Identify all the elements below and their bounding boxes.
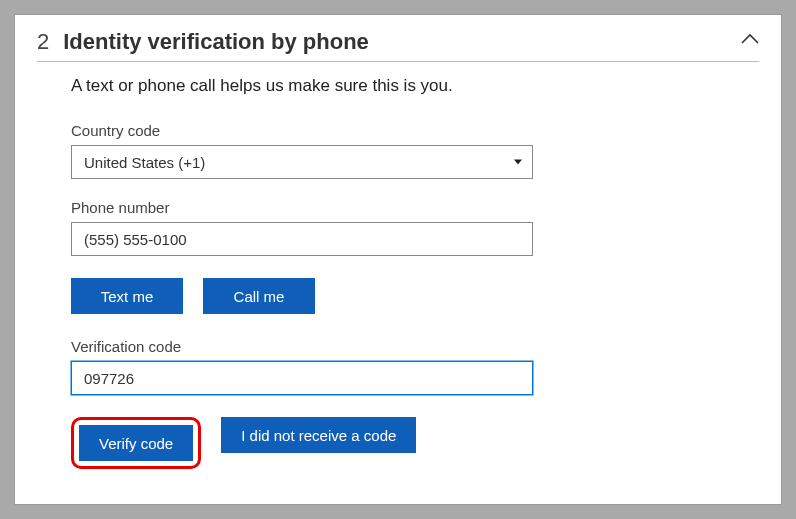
identity-verification-panel: 2 Identity verification by phone A text …: [14, 14, 782, 505]
country-code-value: United States (+1): [84, 154, 205, 171]
verification-code-input[interactable]: [71, 361, 533, 395]
chevron-up-icon[interactable]: [741, 33, 759, 45]
phone-number-input[interactable]: [71, 222, 533, 256]
section-description: A text or phone call helps us make sure …: [71, 76, 749, 96]
section-header: 2 Identity verification by phone: [37, 29, 759, 62]
verify-row: Verify code I did not receive a code: [71, 417, 749, 469]
did-not-receive-code-button[interactable]: I did not receive a code: [221, 417, 416, 453]
country-code-select[interactable]: United States (+1): [71, 145, 533, 179]
chevron-down-icon: [514, 160, 522, 165]
country-code-label: Country code: [71, 122, 749, 139]
contact-method-row: Text me Call me: [71, 278, 749, 314]
phone-number-label: Phone number: [71, 199, 749, 216]
section-title: Identity verification by phone: [63, 29, 759, 55]
verify-code-button[interactable]: Verify code: [79, 425, 193, 461]
call-me-button[interactable]: Call me: [203, 278, 315, 314]
verification-code-label: Verification code: [71, 338, 749, 355]
section-content: A text or phone call helps us make sure …: [37, 76, 759, 469]
step-number: 2: [37, 29, 49, 55]
highlight-ring: Verify code: [71, 417, 201, 469]
text-me-button[interactable]: Text me: [71, 278, 183, 314]
